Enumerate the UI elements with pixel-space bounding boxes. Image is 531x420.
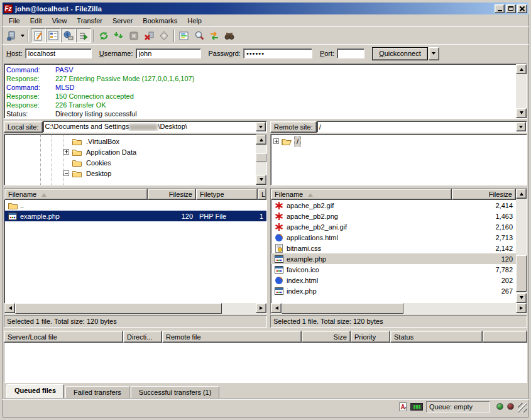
scroll-thumb[interactable]: [15, 303, 222, 314]
menu-help[interactable]: Help: [182, 16, 207, 26]
site-manager-button[interactable]: [4, 28, 19, 43]
port-input[interactable]: [337, 48, 364, 58]
remote-directory-tree[interactable]: /: [270, 134, 527, 185]
synchronized-browsing-button[interactable]: [207, 28, 222, 43]
reconnect-button[interactable]: [156, 28, 172, 43]
host-input[interactable]: [25, 48, 92, 58]
disconnect-button[interactable]: [141, 28, 156, 43]
scroll-down-button[interactable]: [516, 108, 527, 118]
column-header-direction[interactable]: Directi...: [123, 331, 162, 343]
menu-edit[interactable]: Edit: [25, 16, 47, 26]
speed-limit-indicator-icon[interactable]: [410, 403, 423, 411]
toggle-message-log-button[interactable]: [31, 28, 46, 43]
file-row[interactable]: bitnami.css 2,142: [271, 243, 516, 253]
tab-queued-files[interactable]: Queued files: [6, 384, 64, 398]
tree-item-cookies[interactable]: Cookies: [4, 157, 266, 168]
toggle-local-tree-button[interactable]: [46, 28, 61, 43]
file-row-example-php[interactable]: example.php 120 PHP File 1: [4, 211, 266, 221]
file-row[interactable]: favicon.ico 7,782: [271, 264, 516, 275]
remote-list-body[interactable]: apache_pb2.gif 2,414 apache_pb2.png 1,46…: [271, 200, 516, 303]
local-list-hscrollbar[interactable]: [4, 303, 266, 314]
tree-item-desktop[interactable]: Desktop: [4, 168, 266, 179]
minimize-button[interactable]: [495, 4, 505, 13]
column-header-filesize[interactable]: Filesize: [452, 189, 516, 200]
resize-grip[interactable]: [518, 403, 527, 412]
local-site-combo[interactable]: C:\Documents and Settings\Desktop\: [43, 121, 267, 133]
file-row[interactable]: apache_pb2_ani.gif 2,160: [271, 221, 516, 232]
scroll-right-button[interactable]: [256, 303, 266, 313]
transfer-type-indicator-icon[interactable]: A: [397, 402, 408, 412]
refresh-button[interactable]: [96, 28, 111, 43]
scroll-up-button[interactable]: [516, 189, 527, 199]
arrow-up-icon: [260, 136, 263, 141]
maximize-button[interactable]: [506, 4, 516, 13]
tree-item-root[interactable]: /: [271, 136, 527, 146]
tree-item-virtualbox[interactable]: .VirtualBox: [4, 136, 266, 146]
toggle-remote-tree-button[interactable]: [61, 28, 76, 43]
menu-server[interactable]: Server: [107, 16, 138, 26]
file-row[interactable]: index.html 202: [271, 275, 516, 285]
column-header-status[interactable]: Status: [390, 331, 483, 343]
log-text: 150 Connection accepted: [55, 92, 134, 101]
local-tree-scrollbar[interactable]: [256, 135, 266, 185]
site-manager-dropdown[interactable]: [19, 28, 26, 43]
scroll-thumb[interactable]: [282, 303, 403, 314]
log-scrollbar[interactable]: [516, 64, 527, 118]
remote-list-scrollbar[interactable]: [516, 189, 527, 303]
remote-site-dropdown[interactable]: [516, 122, 526, 131]
remote-list-hscrollbar[interactable]: [271, 303, 527, 314]
expand-plus-icon[interactable]: [63, 149, 69, 155]
column-header-filesize[interactable]: Filesize: [148, 189, 196, 200]
scroll-down-button[interactable]: [256, 175, 266, 185]
menu-file[interactable]: File: [4, 16, 25, 26]
column-header-filename[interactable]: Filename: [271, 189, 452, 200]
toolbar: [3, 27, 528, 44]
tree-item-application-data[interactable]: Application Data: [4, 146, 266, 157]
scroll-up-button[interactable]: [256, 135, 266, 145]
quickconnect-button[interactable]: Quickconnect: [372, 47, 428, 60]
remote-site-combo[interactable]: /: [317, 121, 527, 133]
scroll-right-button[interactable]: [516, 303, 527, 313]
menu-view[interactable]: View: [47, 16, 72, 26]
cancel-operation-button[interactable]: [126, 28, 141, 43]
tab-failed-transfers[interactable]: Failed transfers: [65, 386, 129, 398]
close-button[interactable]: [517, 4, 527, 13]
local-directory-tree[interactable]: .VirtualBox Application Data Cookies: [4, 134, 267, 185]
file-row[interactable]: applications.html 2,713: [271, 232, 516, 243]
find-files-button[interactable]: [222, 28, 237, 43]
scroll-thumb[interactable]: [516, 255, 527, 292]
file-row-parent-dir[interactable]: ..: [4, 200, 266, 211]
process-queue-button[interactable]: [111, 28, 126, 43]
file-row[interactable]: index.php 267: [271, 285, 516, 296]
scroll-up-button[interactable]: [516, 64, 527, 74]
local-site-dropdown[interactable]: [256, 122, 266, 131]
scroll-left-button[interactable]: [4, 303, 15, 313]
scroll-thumb[interactable]: [256, 153, 266, 162]
tab-successful-transfers[interactable]: Successful transfers (1): [131, 386, 220, 398]
file-row[interactable]: apache_pb2.gif 2,414: [271, 200, 516, 211]
column-header-lastmodified[interactable]: L: [258, 189, 266, 200]
directory-comparison-button[interactable]: [177, 28, 192, 43]
queue-list-body[interactable]: [4, 343, 527, 383]
file-row[interactable]: apache_pb2.png 1,463: [271, 211, 516, 221]
collapse-minus-icon[interactable]: [63, 170, 69, 176]
column-header-server-local-file[interactable]: Server/Local file: [4, 331, 123, 343]
local-list-body[interactable]: .. example.php 120 PHP File 1: [4, 200, 266, 303]
scroll-left-button[interactable]: [271, 303, 282, 313]
chevron-down-icon: [519, 126, 523, 130]
column-header-size[interactable]: Size: [302, 331, 351, 343]
menu-bookmarks[interactable]: Bookmarks: [138, 16, 182, 26]
scroll-down-button[interactable]: [516, 293, 527, 303]
column-header-filetype[interactable]: Filetype: [196, 189, 258, 200]
menu-transfer[interactable]: Transfer: [72, 16, 107, 26]
password-input[interactable]: [243, 48, 312, 58]
column-header-remote-file[interactable]: Remote file: [162, 331, 302, 343]
filename-filters-button[interactable]: [192, 28, 207, 43]
column-header-priority[interactable]: Priority: [351, 331, 390, 343]
column-header-filename[interactable]: Filename: [4, 189, 148, 200]
quickconnect-dropdown[interactable]: [429, 47, 439, 60]
file-row-example-php[interactable]: example.php 120: [271, 253, 516, 264]
username-input[interactable]: [136, 48, 201, 58]
expand-plus-icon[interactable]: [273, 138, 279, 144]
toggle-queue-button[interactable]: [76, 28, 91, 43]
